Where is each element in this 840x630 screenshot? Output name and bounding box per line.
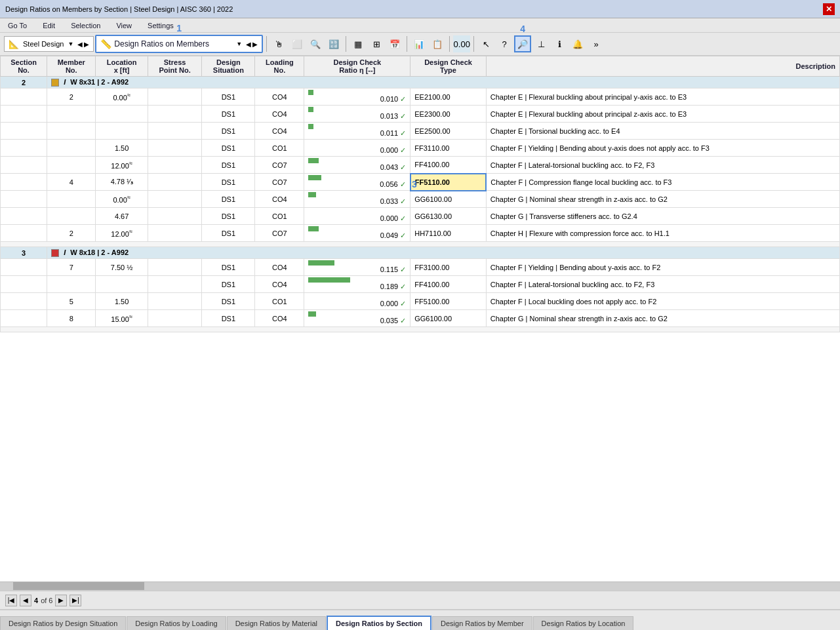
col-header-section: SectionNo. (1, 56, 47, 77)
export-excel-button[interactable]: 📊 (410, 35, 428, 52)
table-row[interactable]: DS1 CO4 0.013 ✓ EE2300.00 Chapter E | Fl… (1, 106, 840, 123)
cell-stress-point (148, 174, 202, 191)
tab-location[interactable]: Design Ratios by Location (533, 616, 634, 630)
tab-loading[interactable]: Design Ratios by Loading (127, 616, 226, 630)
first-page-button[interactable]: |◀ (5, 595, 17, 606)
cell-member (47, 208, 96, 225)
section-i-icon: I (64, 248, 66, 256)
tab-design-situation[interactable]: Design Ratios by Design Situation (0, 616, 126, 630)
tab-material[interactable]: Design Ratios by Material (227, 616, 326, 630)
panel-caret-down-icon[interactable]: ▼ (236, 41, 242, 47)
tab-bar: Design Ratios by Design Situation Design… (0, 609, 840, 630)
section-no: 3 (1, 247, 47, 259)
cell-location: 0.00≈ (96, 191, 148, 208)
tab-section[interactable]: Design Ratios by Section (327, 616, 431, 630)
table-row[interactable]: 7 7.50 ½ DS1 CO4 0.115 ✓ FF3100.00 Chapt… (1, 259, 840, 276)
col-header-location: Locationx [ft] (96, 56, 148, 77)
cell-loading: CO4 (255, 191, 304, 208)
help-button[interactable]: ? (496, 35, 513, 52)
cell-member: 7 (47, 259, 96, 276)
table-row[interactable]: 4 4.78 ¹⁄₃ DS1 CO7 0.056 ✓ FF5110.00 Cha… (1, 174, 840, 191)
select-tool-button[interactable]: 🖱 (270, 35, 287, 52)
cell-description: Chapter E | Flexural buckling about prin… (486, 106, 839, 123)
cursor-button[interactable]: ↖ (477, 35, 494, 52)
table-row[interactable]: 4.67 DS1 CO1 0.000 ✓ GG6130.00 Chapter G… (1, 208, 840, 225)
cell-location: 4.67 (96, 208, 148, 225)
ratio-bar (308, 124, 313, 129)
menu-settings[interactable]: Settings (145, 21, 176, 30)
ratio-value: 0.115 (380, 266, 399, 273)
info-button[interactable]: ℹ (551, 35, 568, 52)
title-bar: Design Ratios on Members by Section | St… (0, 0, 840, 18)
col-header-type: Design CheckType (410, 56, 487, 77)
ratio-value: 0.010 (380, 95, 399, 103)
cell-loading: CO4 (255, 106, 304, 123)
table-row[interactable]: 12.00≈ DS1 CO7 0.043 ✓ FF4100.00 Chapter… (1, 157, 840, 174)
cell-section (1, 157, 47, 174)
active-btn-wrapper: 4 🔎 (514, 35, 531, 52)
menu-view[interactable]: View (113, 21, 134, 30)
table-row[interactable]: 2 12.00≈ DS1 CO7 0.049 ✓ HH7110.00 Chapt… (1, 225, 840, 242)
zoom-button[interactable]: 🔎 (514, 35, 531, 52)
next-nav-icon[interactable]: ▶ (84, 41, 89, 48)
ratio-value: 0.043 (380, 163, 399, 171)
check-icon: ✓ (400, 300, 406, 307)
table-row[interactable]: 1.50 DS1 CO1 0.000 ✓ FF3110.00 Chapter F… (1, 140, 840, 157)
check-icon: ✓ (400, 129, 406, 137)
main-content: SectionNo. MemberNo. Locationx [ft] Stre… (0, 56, 840, 581)
menu-goto[interactable]: Go To (5, 21, 30, 30)
grid-button[interactable]: ▦ (350, 35, 367, 52)
table-wrapper[interactable]: SectionNo. MemberNo. Locationx [ft] Stre… (0, 56, 840, 581)
cell-ratio: 0.033 ✓ (304, 191, 410, 208)
check-icon: ✓ (400, 231, 406, 239)
prev-page-button[interactable]: ◀ (20, 595, 31, 606)
spacer-row (1, 242, 840, 247)
cell-code-ref: GG6100.00 (410, 191, 487, 208)
horizontal-scrollbar[interactable] (0, 581, 840, 591)
view-button[interactable]: ⬜ (289, 35, 306, 52)
next-page-button[interactable]: ▶ (55, 595, 67, 606)
cell-situation: DS1 (202, 106, 255, 123)
close-button[interactable]: ✕ (823, 3, 835, 15)
steel-design-nav[interactable]: 📐 Steel Design ▼ ◀ ▶ (4, 36, 94, 52)
table-row[interactable]: DS1 CO4 0.189 ✓ FF4100.00 Chapter F | La… (1, 276, 840, 293)
cell-description: Chapter F | Local buckling does not appl… (486, 293, 839, 310)
panel-next-icon[interactable]: ▶ (252, 41, 258, 48)
filter-button[interactable]: 🔍 (307, 35, 324, 52)
more-button[interactable]: » (588, 35, 605, 52)
table-row[interactable]: 2 0.00≈ DS1 CO4 0.010 ✓ EE2100.00 Chapte… (1, 89, 840, 106)
table-row[interactable]: 0.00≈ DS1 CO4 0.033 ✓ GG6100.00 Chapter … (1, 191, 840, 208)
cell-loading: CO1 (255, 293, 304, 310)
cell-section (1, 208, 47, 225)
value-button[interactable]: 0.00 (453, 35, 470, 52)
tab-member[interactable]: Design Ratios by Member (432, 616, 532, 630)
copy-button[interactable]: 📋 (429, 35, 446, 52)
cell-section (1, 276, 47, 293)
menu-selection[interactable]: Selection (68, 21, 103, 30)
table-row[interactable]: 8 15.00≈ DS1 CO4 0.035 ✓ GG6100.00 Chapt… (1, 310, 840, 327)
check-icon: ✓ (400, 317, 406, 325)
cell-location: 1.50 (96, 293, 148, 310)
panel-prev-icon[interactable]: ◀ (246, 41, 251, 48)
text-filter-button[interactable]: 🔡 (325, 35, 342, 52)
cell-code-ref: FF4100.00 (410, 157, 487, 174)
menu-edit[interactable]: Edit (40, 21, 58, 30)
ratio-value: 0.013 (380, 112, 399, 120)
cell-loading: CO1 (255, 208, 304, 225)
last-page-button[interactable]: ▶| (70, 595, 81, 606)
cell-member (47, 106, 96, 123)
cell-code-ref: HH7110.00 (410, 225, 487, 242)
columns-button[interactable]: ⊞ (368, 35, 385, 52)
prev-nav-icon[interactable]: ◀ (77, 41, 83, 48)
cell-section (1, 174, 47, 191)
panel-dropdown[interactable]: 📏 Design Ratios on Members ▼ ◀ ▶ (95, 35, 263, 53)
member-button[interactable]: ⊥ (532, 35, 550, 52)
table-row[interactable]: DS1 CO4 0.011 ✓ EE2500.00 Chapter E | To… (1, 123, 840, 140)
cell-section (1, 89, 47, 106)
cell-member (47, 123, 96, 140)
menu-bar: Go To Edit Selection View Settings (0, 18, 840, 33)
cell-stress-point (148, 225, 202, 242)
table-row[interactable]: 5 1.50 DS1 CO1 0.000 ✓ FF5100.00 Chapter… (1, 293, 840, 310)
calendar-button[interactable]: 📅 (386, 35, 403, 52)
notification-button[interactable]: 🔔 (569, 35, 586, 52)
